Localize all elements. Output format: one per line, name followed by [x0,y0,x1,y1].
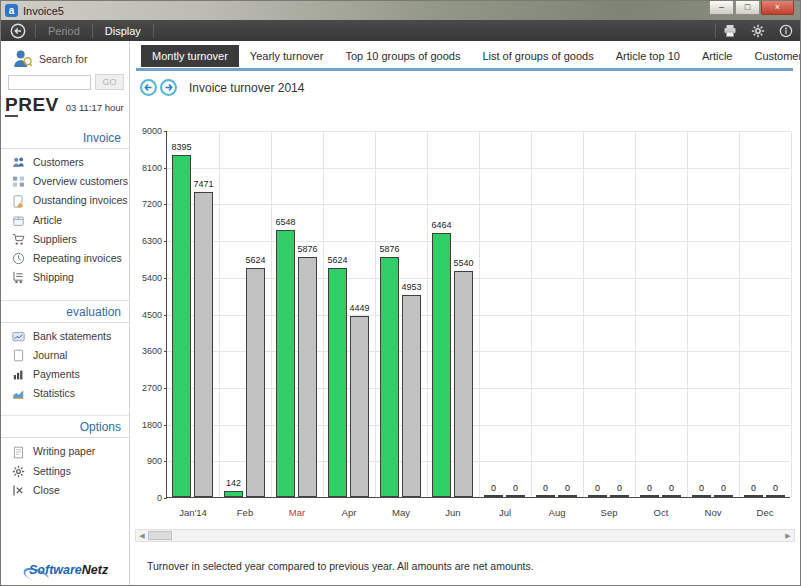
y-axis-label: 0 [157,493,162,503]
bar-group-may: 58764953 [375,131,427,497]
previous-year-button[interactable] [140,79,157,96]
bar-value-label: 142 [226,478,241,488]
bar-value-label: 7471 [193,179,213,189]
sidebar-item-repeating-invoices[interactable]: Repeating invoices [1,249,129,268]
tab-article-top-10[interactable]: Article top 10 [605,45,691,67]
close-button[interactable]: × [761,1,794,15]
bar-value-label: 5876 [379,244,399,254]
logo-text-dark: Netz [82,563,108,577]
tab-list-of-groups-of-goods[interactable]: List of groups of goods [471,45,604,67]
sidebar-item-oustanding-invoices[interactable]: Oustanding invoices [1,191,129,210]
search-input[interactable] [8,75,91,90]
prev-label: PREV [5,95,59,117]
journal-icon [12,349,25,362]
sidebar-item-bank-statements[interactable]: Bank statements [1,327,129,346]
shipping-icon [12,271,25,284]
tab-customers[interactable]: Customers [743,45,801,67]
tab-article[interactable]: Article [691,45,744,67]
bar-group-apr: 56244449 [323,131,375,497]
x-axis-label-apr: Apr [323,507,375,518]
close-icon [12,484,25,497]
minimize-button[interactable]: – [709,1,734,15]
menu-period[interactable]: Period [36,25,92,37]
sidebar-item-statistics[interactable]: Statistics [1,384,129,403]
sidebar-item-journal[interactable]: Journal [1,346,129,365]
next-year-button[interactable] [160,79,177,96]
bar-selected-year-apr [328,268,347,497]
bar-value-label: 4449 [349,303,369,313]
bar-value-label: 0 [773,483,778,493]
bar-selected-year-feb [224,491,243,497]
bar-value-label: 0 [721,483,726,493]
tab-underline [136,68,793,71]
sidebar-item-overview-customers[interactable]: Overview customers [1,172,129,191]
sidebar-item-article[interactable]: Article [1,211,129,230]
settings-button[interactable] [744,22,772,40]
article-icon [12,214,25,227]
back-button[interactable] [10,23,26,39]
x-axis-label-dec: Dec [739,507,791,518]
tab-yearly-turnover[interactable]: Yearly turnover [239,45,335,67]
x-axis-label-may: May [375,507,427,518]
tab-bar: Montly turnoverYearly turnoverTop 10 gro… [141,45,796,67]
bar-previous-year-jun [454,271,473,497]
sidebar-item-label: Repeating invoices [33,251,122,266]
sidebar-item-close[interactable]: Close [1,481,129,500]
go-button[interactable]: GO [95,74,124,90]
x-axis-label-oct: Oct [635,507,687,518]
horizontal-scrollbar[interactable]: ◀ ▶ [135,529,795,542]
chart-title: Invoice turnover 2014 [189,81,304,95]
scroll-right-arrow-icon[interactable]: ▶ [782,532,794,539]
bar-previous-year-dec [766,495,785,497]
bar-group-sep: 00 [583,131,635,497]
sidebar-item-suppliers[interactable]: Suppliers [1,230,129,249]
search-label: Search for [39,53,87,65]
bar-group-jul: 00 [479,131,531,497]
sidebar: Search for GO PREV 03 11:17 hour Invoice… [1,41,130,585]
bar-value-label: 5876 [297,244,317,254]
softwarenetz-logo: SoftwareNetz [29,563,108,577]
chart-header: Invoice turnover 2014 [140,79,304,96]
y-axis-label: 3600 [142,346,162,356]
y-axis-label: 4500 [142,310,162,320]
menu-display[interactable]: Display [93,25,153,37]
bar-group-oct: 00 [635,131,687,497]
section-title-options: Options [1,417,129,438]
payments-icon [12,368,25,381]
search-person-icon [11,49,33,69]
bar-previous-year-jul [506,495,525,497]
x-axis-label-nov: Nov [687,507,739,518]
print-button[interactable] [716,22,744,40]
tab-top-10-groups-of-goods[interactable]: Top 10 groups of goods [334,45,471,67]
y-axis-label: 7200 [142,199,162,209]
bar-value-label: 8395 [171,142,191,152]
toolbar: Period Display [1,20,800,41]
sidebar-item-shipping[interactable]: Shipping [1,268,129,287]
sidebar-section-evaluation: evaluationBank statementsJournalPayments… [1,300,129,404]
scrollbar-thumb[interactable] [148,531,172,540]
sidebar-item-writing-paper[interactable]: Writing paper [1,442,129,461]
bar-selected-year-jan-14 [172,155,191,497]
bar-selected-year-dec [744,495,763,497]
toolbar-separator [153,24,154,38]
maximize-button[interactable]: □ [735,1,760,15]
info-button[interactable] [772,22,800,40]
x-axis-label-jul: Jul [479,507,531,518]
sidebar-item-settings[interactable]: Settings [1,462,129,481]
printer-icon [723,24,737,38]
bar-previous-year-jan-14 [194,192,213,497]
bar-group-aug: 00 [531,131,583,497]
bar-selected-year-mar [276,230,295,497]
sidebar-item-customers[interactable]: Customers [1,153,129,172]
bar-previous-year-aug [558,495,577,497]
sidebar-item-payments[interactable]: Payments [1,365,129,384]
datetime-text: 03 11:17 hour [66,102,124,113]
gear-icon [751,24,765,38]
y-axis-label: 9000 [142,126,162,136]
bar-group-jun: 64645540 [427,131,479,497]
bar-group-nov: 00 [687,131,739,497]
scroll-left-arrow-icon[interactable]: ◀ [136,532,148,539]
sidebar-item-label: Statistics [33,386,75,401]
bar-selected-year-aug [536,495,555,497]
tab-montly-turnover[interactable]: Montly turnover [141,45,239,67]
